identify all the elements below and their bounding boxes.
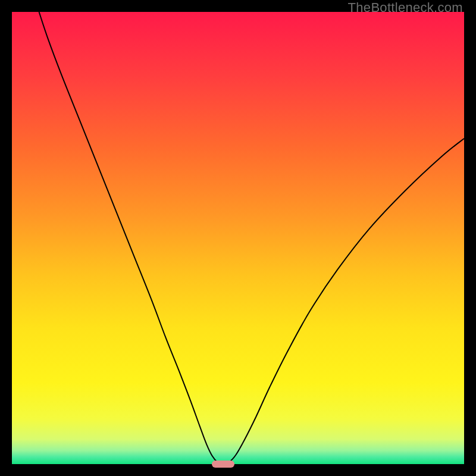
gradient-background [12,12,464,464]
chart-frame [12,12,464,464]
optimum-marker [212,461,234,468]
bottleneck-chart [12,12,464,464]
watermark-text: TheBottleneck.com [348,0,463,15]
plot-area [12,12,464,464]
